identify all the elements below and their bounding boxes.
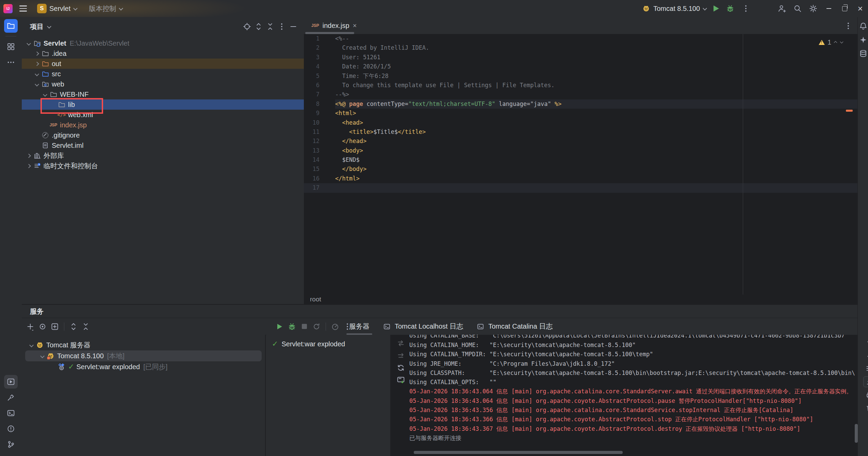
chevron-right-icon[interactable] <box>33 59 41 69</box>
horizontal-scrollbar[interactable] <box>414 451 623 454</box>
chevron-right-icon[interactable] <box>24 161 33 171</box>
scroll-up-button[interactable] <box>864 337 868 348</box>
code-line-11[interactable]: 11 <title>$Title$</title> <box>304 127 857 137</box>
code-line-7[interactable]: 7--%> <box>304 90 857 99</box>
database-icon[interactable] <box>859 49 868 58</box>
refresh-icon[interactable] <box>396 363 405 372</box>
first-diff-icon[interactable] <box>396 339 405 348</box>
code-line-15[interactable]: 15 </body> <box>304 164 857 174</box>
service-item-Tomcat-8.5.100[interactable]: Tomcat 8.5.100 [本地] <box>25 350 262 361</box>
service-item-Tomcat-[interactable]: Tomcat 服务器 <box>25 340 262 350</box>
code-with-me-button[interactable] <box>774 0 790 17</box>
soft-wrap-button[interactable] <box>864 363 868 374</box>
tree-item-.idea[interactable]: .idea <box>22 48 304 59</box>
tree-item-Servlet[interactable]: ServletE:\JavaWeb\Servlet <box>22 38 304 48</box>
debug-server-button[interactable] <box>288 322 296 331</box>
clear-console-button[interactable] <box>864 403 868 413</box>
console-settings-icon[interactable] <box>396 376 405 384</box>
more-tools-button[interactable] <box>4 56 18 69</box>
notifications-bell-icon[interactable] <box>859 22 868 31</box>
tree-item-index.jsp[interactable]: JSPindex.jsp <box>22 120 304 130</box>
code-line-13[interactable]: 13 <body> <box>304 146 857 155</box>
terminal-tool-button[interactable] <box>4 406 18 420</box>
code-line-1[interactable]: 1<%-- <box>304 34 857 43</box>
code-line-10[interactable]: 10 <head> <box>304 118 857 127</box>
chevron-down-icon[interactable] <box>33 79 41 89</box>
scroll-to-end-button[interactable] <box>863 376 868 387</box>
error-stripe-mark[interactable] <box>846 110 853 112</box>
tree-item--[interactable]: 临时文件和控制台 <box>22 161 304 171</box>
maximize-button[interactable] <box>837 0 852 17</box>
tree-item-out[interactable]: out <box>22 59 304 69</box>
code-line-14[interactable]: 14 $END$ <box>304 155 857 164</box>
structure-tool-button[interactable] <box>4 40 18 53</box>
service-item-Servlet-war-exploded[interactable]: ✓Servlet:war exploded [已同步] <box>25 361 262 372</box>
project-widget[interactable]: S Servlet <box>34 0 81 17</box>
code-line-2[interactable]: 2 Created by IntelliJ IDEA. <box>304 43 857 52</box>
expand-all-button[interactable] <box>254 22 263 31</box>
chevron-down-icon[interactable] <box>27 340 35 350</box>
main-menu-button[interactable] <box>16 0 30 17</box>
services-tool-button[interactable] <box>4 375 18 389</box>
collapse-all-button[interactable] <box>266 22 275 31</box>
scroll-down-button[interactable] <box>864 350 868 361</box>
vertical-scrollbar[interactable] <box>855 424 858 443</box>
tab--[interactable]: 服务器 <box>344 318 374 335</box>
tree-item-.gitignore[interactable]: .gitignore <box>22 130 304 140</box>
console-output[interactable]: Using CATALINA_BASE: "C:\Users\51261\App… <box>409 335 855 454</box>
tab-options-button[interactable] <box>844 21 853 30</box>
print-button[interactable] <box>864 390 868 400</box>
more-options-button[interactable] <box>277 22 286 31</box>
run-configuration-widget[interactable]: Tomcat 8.5.100 <box>638 0 710 17</box>
search-everywhere-button[interactable] <box>790 0 805 17</box>
minimize-button[interactable] <box>821 0 837 17</box>
add-service-button[interactable] <box>26 322 35 331</box>
locate-file-button[interactable] <box>243 22 251 31</box>
vcs-menu-button[interactable]: 版本控制 <box>85 0 126 17</box>
chevron-down-icon[interactable] <box>38 351 46 361</box>
code-line-5[interactable]: 5 Time: 下午6:28 <box>304 72 857 81</box>
code-line-17[interactable]: 17 <box>304 183 857 192</box>
chevron-down-icon[interactable] <box>33 69 41 79</box>
view-options-button[interactable] <box>38 322 47 331</box>
tree-item-web[interactable]: web <box>22 79 304 89</box>
code-line-9[interactable]: 9<html> <box>304 109 857 118</box>
chevron-right-icon[interactable] <box>24 151 33 161</box>
code-line-8[interactable]: 8<%@ page contentType="text/html;charset… <box>304 99 857 109</box>
previous-problem-icon[interactable] <box>834 41 837 44</box>
open-in-new-tab-button[interactable] <box>50 322 59 331</box>
close-button[interactable]: × <box>852 0 868 17</box>
build-tool-button[interactable] <box>4 391 18 404</box>
editor-tab-indexjsp[interactable]: JSP index.jsp × <box>308 17 360 34</box>
code-editor[interactable]: 1<%--2 Created by IntelliJ IDEA.3 User: … <box>304 34 857 295</box>
tree-item-Servlet.iml[interactable]: Servlet.iml <box>22 140 304 151</box>
code-line-6[interactable]: 6 To change this template use File | Set… <box>304 81 857 90</box>
ai-assistant-icon[interactable] <box>859 35 868 44</box>
tab-Tomcat-Catalina-[interactable]: Tomcat Catalina 日志 <box>471 318 557 335</box>
stop-server-button[interactable] <box>300 322 309 331</box>
inspections-widget[interactable]: 1 <box>816 37 846 48</box>
project-tool-button[interactable] <box>4 19 18 33</box>
code-line-4[interactable]: 4 Date: 2026/1/5 <box>304 62 857 71</box>
problems-tool-button[interactable] <box>4 422 18 436</box>
code-line-12[interactable]: 12 </head> <box>304 137 857 146</box>
debug-button[interactable] <box>722 0 738 17</box>
tree-item--[interactable]: 外部库 <box>22 151 304 161</box>
settings-button[interactable] <box>805 0 821 17</box>
expand-all-button[interactable] <box>69 322 78 331</box>
version-control-tool-button[interactable] <box>4 438 18 451</box>
tab-Tomcat-Localhost-[interactable]: Tomcat Localhost 日志 <box>378 318 468 335</box>
code-line-3[interactable]: 3 User: 51261 <box>304 53 857 62</box>
prev-diff-icon[interactable] <box>396 351 405 360</box>
run-button[interactable] <box>710 0 722 17</box>
tree-item-src[interactable]: src <box>22 69 304 79</box>
close-tab-icon[interactable]: × <box>353 22 357 30</box>
rerun-server-button[interactable] <box>275 322 284 331</box>
profiler-button[interactable] <box>331 322 340 331</box>
chevron-down-icon[interactable] <box>24 38 33 48</box>
chevron-down-icon[interactable] <box>47 25 51 29</box>
next-problem-icon[interactable] <box>840 41 844 44</box>
breadcrumb[interactable]: root <box>304 295 857 304</box>
restart-button[interactable] <box>312 322 321 331</box>
code-line-16[interactable]: 16</html> <box>304 174 857 183</box>
